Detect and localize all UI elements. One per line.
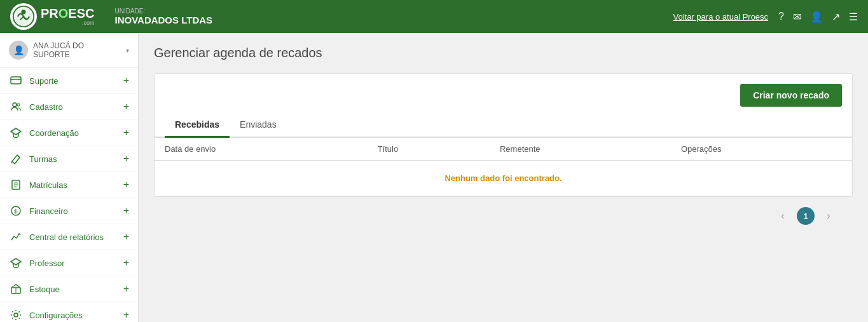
sidebar-user[interactable]: 👤 ANA JUCÁ DO SUPORTE ▾ bbox=[0, 33, 138, 68]
tab-enviadas[interactable]: Enviadas bbox=[230, 113, 287, 138]
export-icon[interactable]: ↗ bbox=[832, 11, 840, 23]
col-titulo: Título bbox=[368, 138, 490, 161]
email-icon[interactable]: ✉ bbox=[793, 11, 801, 23]
table-area: Data de envio Título Remetente Operações… bbox=[155, 138, 852, 196]
sidebar-item-professor[interactable]: Professor + bbox=[0, 250, 138, 276]
unit-label: UNIDADE: bbox=[114, 8, 212, 15]
help-icon[interactable]: ? bbox=[778, 11, 784, 22]
gear-icon bbox=[9, 308, 23, 322]
sidebar-item-coordenacao[interactable]: Coordenação + bbox=[0, 120, 138, 146]
sidebar-label-relatorios: Central de relatórios bbox=[29, 232, 117, 242]
svg-point-18 bbox=[14, 313, 18, 317]
user-name: ANA JUCÁ DO SUPORTE bbox=[33, 41, 121, 59]
sidebar-item-suporte[interactable]: Suporte + bbox=[0, 68, 138, 94]
sidebar-label-configuracoes: Configurações bbox=[29, 311, 117, 320]
avatar: 👤 bbox=[9, 41, 28, 60]
prev-page-btn[interactable]: ‹ bbox=[774, 207, 792, 225]
sidebar-label-cadastro: Cadastro bbox=[29, 102, 117, 112]
create-btn-row: Criar novo recado bbox=[155, 74, 852, 113]
user-icon[interactable]: 👤 bbox=[810, 11, 823, 23]
table-header-row: Data de envio Título Remetente Operações bbox=[155, 138, 852, 161]
sidebar-plus-relatorios[interactable]: + bbox=[123, 231, 129, 243]
sidebar-label-estoque: Estoque bbox=[29, 285, 117, 294]
chevron-down-icon: ▾ bbox=[126, 47, 129, 54]
main-layout: 👤 ANA JUCÁ DO SUPORTE ▾ Suporte + Cadast… bbox=[0, 33, 868, 322]
sidebar-plus-configuracoes[interactable]: + bbox=[123, 309, 129, 321]
sidebar-label-suporte: Suporte bbox=[29, 76, 117, 86]
logo-icon bbox=[10, 3, 37, 30]
sidebar-item-relatorios[interactable]: Central de relatórios + bbox=[0, 224, 138, 250]
sidebar-label-turmas: Turmas bbox=[29, 154, 117, 164]
svg-point-4 bbox=[13, 103, 17, 107]
sidebar-item-turmas[interactable]: Turmas + bbox=[0, 146, 138, 172]
col-operacoes: Operações bbox=[671, 138, 852, 161]
svg-marker-15 bbox=[11, 258, 21, 265]
content-area: Gerenciar agenda de recados Criar novo r… bbox=[139, 33, 868, 322]
unit-info: UNIDADE: INOVADADOS LTDAS bbox=[114, 8, 212, 25]
svg-text:$: $ bbox=[14, 208, 17, 215]
pagination: ‹ 1 › bbox=[154, 197, 853, 235]
data-table: Data de envio Título Remetente Operações… bbox=[155, 138, 852, 196]
graduation2-icon bbox=[9, 256, 23, 270]
svg-point-1 bbox=[21, 10, 25, 14]
sidebar-label-professor: Professor bbox=[29, 258, 117, 268]
tabs-container: Recebidas Enviadas bbox=[155, 113, 852, 138]
top-icons: ? ✉ 👤 ↗ ☰ bbox=[778, 11, 858, 23]
tab-recebidas[interactable]: Recebidas bbox=[165, 113, 230, 138]
book-icon bbox=[9, 178, 23, 192]
sidebar-item-configuracoes[interactable]: Configurações + bbox=[0, 302, 138, 322]
support-icon bbox=[9, 74, 23, 88]
dollar-icon: $ bbox=[9, 204, 23, 218]
sidebar-item-cadastro[interactable]: Cadastro + bbox=[0, 94, 138, 120]
col-remetente: Remetente bbox=[490, 138, 671, 161]
sidebar-item-financeiro[interactable]: $ Financeiro + bbox=[0, 198, 138, 224]
sidebar-label-matriculas: Matrículas bbox=[29, 180, 117, 190]
sidebar-plus-professor[interactable]: + bbox=[123, 257, 129, 269]
logo-area: PROESC .com bbox=[10, 3, 94, 30]
logo-text: PROESC .com bbox=[41, 7, 94, 26]
col-data-envio: Data de envio bbox=[155, 138, 368, 161]
svg-rect-2 bbox=[11, 77, 21, 84]
sidebar-plus-cadastro[interactable]: + bbox=[123, 101, 129, 112]
sidebar-plus-coordenacao[interactable]: + bbox=[123, 127, 129, 138]
sidebar-plus-turmas[interactable]: + bbox=[123, 153, 129, 164]
sidebar: 👤 ANA JUCÁ DO SUPORTE ▾ Suporte + Cadast… bbox=[0, 33, 139, 322]
sidebar-plus-financeiro[interactable]: + bbox=[123, 205, 129, 217]
sidebar-item-estoque[interactable]: Estoque + bbox=[0, 276, 138, 302]
sidebar-plus-suporte[interactable]: + bbox=[123, 75, 129, 86]
voltar-link[interactable]: Voltar para o atual Proesc bbox=[673, 12, 769, 22]
top-bar-left: PROESC .com UNIDADE: INOVADADOS LTDAS bbox=[10, 3, 212, 30]
chart-icon bbox=[9, 230, 23, 244]
content-box: Criar novo recado Recebidas Enviadas Dat… bbox=[154, 73, 853, 197]
create-btn[interactable]: Criar novo recado bbox=[740, 84, 842, 107]
users-icon bbox=[9, 100, 23, 114]
top-bar-right: Voltar para o atual Proesc ? ✉ 👤 ↗ ☰ bbox=[673, 11, 858, 23]
svg-line-8 bbox=[11, 161, 12, 163]
sidebar-label-financeiro: Financeiro bbox=[29, 206, 117, 216]
menu-icon[interactable]: ☰ bbox=[849, 11, 858, 23]
current-page[interactable]: 1 bbox=[797, 207, 815, 225]
box-icon bbox=[9, 282, 23, 296]
logo-proesc: PROESC bbox=[41, 7, 94, 20]
svg-point-5 bbox=[17, 104, 20, 106]
unit-name: INOVADADOS LTDAS bbox=[114, 15, 212, 25]
next-page-btn[interactable]: › bbox=[820, 207, 837, 225]
pencil-icon bbox=[9, 152, 23, 166]
sidebar-plus-estoque[interactable]: + bbox=[123, 283, 129, 295]
svg-marker-6 bbox=[11, 128, 21, 135]
svg-line-7 bbox=[17, 155, 20, 158]
empty-row: Nenhum dado foi encontrado. bbox=[155, 161, 852, 196]
page-title: Gerenciar agenda de recados bbox=[154, 46, 853, 60]
sidebar-item-matriculas[interactable]: Matrículas + bbox=[0, 172, 138, 198]
graduation-icon bbox=[9, 126, 23, 140]
top-bar: PROESC .com UNIDADE: INOVADADOS LTDAS Vo… bbox=[0, 0, 868, 33]
empty-message: Nenhum dado foi encontrado. bbox=[155, 161, 852, 196]
sidebar-plus-matriculas[interactable]: + bbox=[123, 179, 129, 191]
logo-com: .com bbox=[41, 20, 94, 26]
sidebar-label-coordenacao: Coordenação bbox=[29, 128, 117, 138]
